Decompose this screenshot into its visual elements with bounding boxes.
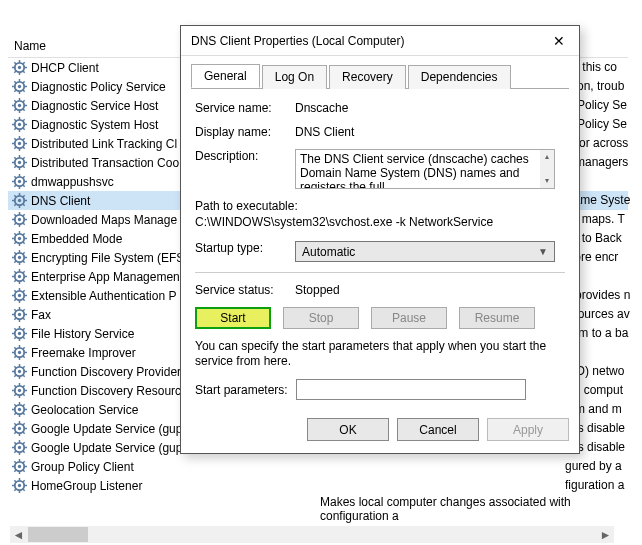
svg-line-48 — [14, 147, 16, 149]
gear-icon — [12, 60, 27, 75]
display-name-value: DNS Client — [295, 125, 565, 139]
service-label: Group Policy Client — [31, 460, 134, 474]
description-textbox[interactable]: The DNS Client service (dnscache) caches… — [295, 149, 555, 189]
svg-line-19 — [23, 81, 25, 83]
svg-point-141 — [18, 332, 21, 335]
service-label: Fax — [31, 308, 51, 322]
ok-button[interactable]: OK — [307, 418, 389, 441]
scroll-up-icon[interactable]: ▴ — [545, 150, 549, 164]
start-button[interactable]: Start — [195, 307, 271, 329]
svg-line-156 — [14, 347, 16, 349]
service-status-value: Stopped — [295, 283, 565, 297]
svg-point-91 — [18, 237, 21, 240]
gear-icon — [12, 326, 27, 341]
svg-line-116 — [14, 271, 16, 273]
svg-line-86 — [14, 214, 16, 216]
svg-line-127 — [23, 299, 25, 301]
svg-point-71 — [18, 199, 21, 202]
service-label: HomeGroup Listener — [31, 479, 142, 493]
svg-point-101 — [18, 256, 21, 259]
svg-point-61 — [18, 180, 21, 183]
gear-icon — [12, 364, 27, 379]
svg-line-179 — [23, 385, 25, 387]
service-label: Distributed Link Tracking Cl — [31, 137, 177, 151]
apply-button: Apply — [487, 418, 569, 441]
service-row[interactable]: Group Policy Client — [8, 457, 628, 476]
tab-logon[interactable]: Log On — [262, 65, 327, 89]
svg-line-217 — [23, 470, 25, 472]
svg-line-6 — [14, 62, 16, 64]
svg-line-166 — [14, 366, 16, 368]
service-label: Freemake Improver — [31, 346, 136, 360]
service-label: Google Update Service (gup — [31, 441, 182, 455]
hint-text: You can specify the start parameters tha… — [195, 339, 565, 369]
svg-line-228 — [14, 489, 16, 491]
svg-line-16 — [14, 81, 16, 83]
svg-line-158 — [14, 356, 16, 358]
gear-icon — [12, 174, 27, 189]
display-name-label: Display name: — [195, 125, 295, 139]
dialog-footer: OK Cancel Apply — [181, 410, 579, 453]
svg-line-208 — [14, 451, 16, 453]
scroll-down-icon[interactable]: ▾ — [545, 174, 549, 188]
desc-fragment: gured by a — [565, 457, 642, 476]
tab-dependencies[interactable]: Dependencies — [408, 65, 511, 89]
dialog-titlebar[interactable]: DNS Client Properties (Local Computer) ✕ — [181, 26, 579, 56]
divider — [195, 272, 565, 273]
gear-icon — [12, 231, 27, 246]
service-label: Google Update Service (gup — [31, 422, 182, 436]
svg-line-216 — [14, 461, 16, 463]
gear-icon — [12, 193, 27, 208]
gear-icon — [12, 402, 27, 417]
tab-strip: General Log On Recovery Dependencies — [191, 64, 569, 89]
svg-line-189 — [23, 404, 25, 406]
startup-type-value: Automatic — [302, 245, 355, 259]
svg-line-149 — [23, 328, 25, 330]
startup-type-label: Startup type: — [195, 241, 295, 255]
start-parameters-label: Start parameters: — [195, 383, 288, 397]
start-parameters-input[interactable] — [296, 379, 526, 400]
svg-line-108 — [14, 261, 16, 263]
cancel-button[interactable]: Cancel — [397, 418, 479, 441]
close-icon[interactable]: ✕ — [547, 31, 571, 51]
service-label: Diagnostic Policy Service — [31, 80, 166, 94]
svg-line-99 — [23, 233, 25, 235]
gear-icon — [12, 421, 27, 436]
column-name[interactable]: Name — [14, 39, 46, 53]
svg-line-199 — [23, 423, 25, 425]
tab-recovery[interactable]: Recovery — [329, 65, 406, 89]
svg-line-168 — [14, 375, 16, 377]
svg-line-57 — [23, 166, 25, 168]
svg-point-41 — [18, 142, 21, 145]
svg-line-126 — [14, 290, 16, 292]
service-row[interactable]: HomeGroup Listener — [8, 476, 628, 495]
svg-line-136 — [14, 309, 16, 311]
svg-line-148 — [14, 337, 16, 339]
svg-line-96 — [14, 233, 16, 235]
startup-type-select[interactable]: Automatic ▼ — [295, 241, 555, 262]
svg-line-46 — [14, 138, 16, 140]
description-text: The DNS Client service (dnscache) caches… — [300, 152, 529, 189]
pause-button: Pause — [371, 307, 447, 329]
gear-icon — [12, 345, 27, 360]
scroll-thumb[interactable] — [28, 527, 88, 542]
tab-general[interactable]: General — [191, 64, 260, 88]
svg-line-227 — [23, 489, 25, 491]
svg-line-59 — [23, 157, 25, 159]
gear-icon — [12, 212, 27, 227]
svg-line-129 — [23, 290, 25, 292]
description-scrollbar[interactable]: ▴ ▾ — [540, 150, 554, 188]
svg-line-78 — [14, 204, 16, 206]
gear-icon — [12, 269, 27, 284]
scroll-right-button[interactable]: ► — [597, 526, 614, 543]
svg-line-39 — [23, 119, 25, 121]
svg-line-119 — [23, 271, 25, 273]
gear-icon — [12, 440, 27, 455]
svg-line-206 — [14, 442, 16, 444]
scroll-left-button[interactable]: ◄ — [10, 526, 27, 543]
svg-line-58 — [14, 166, 16, 168]
horizontal-scrollbar[interactable]: ◄ ► — [10, 526, 614, 543]
desc-fragment: figuration a — [565, 476, 642, 495]
svg-line-198 — [14, 432, 16, 434]
svg-line-226 — [14, 480, 16, 482]
